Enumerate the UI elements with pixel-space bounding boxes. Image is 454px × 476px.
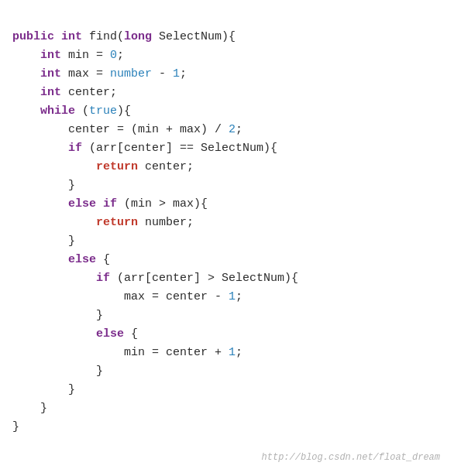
line-11: return number; — [12, 216, 194, 229]
line-15: max = center - 1; — [12, 290, 242, 303]
line-10: else if (min > max){ — [12, 197, 208, 211]
line-3: int max = number - 1; — [12, 67, 187, 80]
line-5: while (true){ — [12, 104, 131, 118]
line-14: if (arr[center] > SelectNum){ — [12, 272, 298, 285]
line-8: return center; — [12, 160, 194, 173]
line-13: else { — [12, 253, 110, 266]
line-1: public int find(long SelectNum){ — [12, 30, 236, 43]
line-2: int min = 0; — [12, 49, 124, 62]
line-18: min = center + 1; — [12, 346, 242, 359]
line-7: if (arr[center] == SelectNum){ — [12, 142, 277, 155]
line-22: } — [12, 420, 19, 433]
line-16: } — [12, 309, 103, 322]
line-12: } — [12, 235, 75, 248]
line-20: } — [12, 383, 75, 396]
line-19: } — [12, 365, 103, 378]
watermark: http://blog.csdn.net/float_dream — [262, 450, 440, 465]
line-21: } — [12, 402, 47, 415]
code-block: public int find(long SelectNum){ int min… — [12, 9, 442, 437]
line-4: int center; — [12, 86, 117, 99]
line-17: else { — [12, 327, 138, 341]
line-9: } — [12, 179, 75, 192]
line-6: center = (min + max) / 2; — [12, 123, 242, 136]
